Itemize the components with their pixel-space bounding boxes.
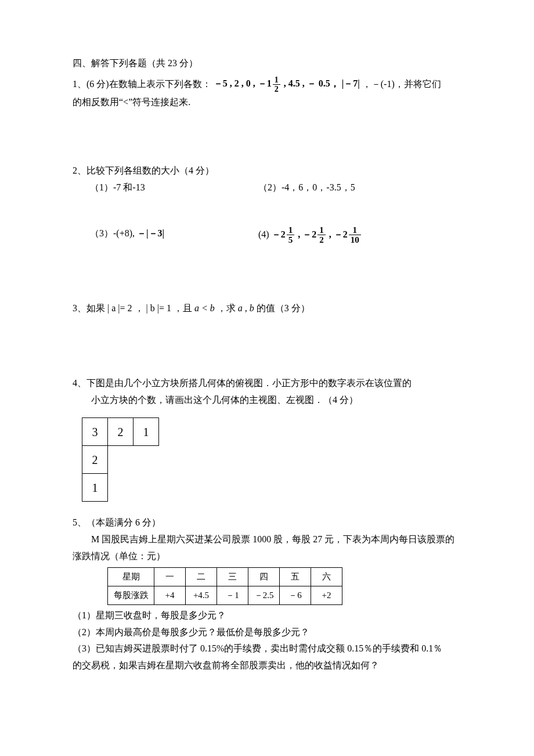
q1-line2: 的相反数用“<”符号连接起来. [73,94,461,111]
q2-sub2: （2）-4，6，0，-3.5，5 [258,179,461,196]
stock-cell: +2 [311,586,342,604]
q2-s4-a: －2 [272,229,286,239]
q2-s3-lead: （3）-(+8), [90,228,137,238]
section-title: 四、解答下列各题（共 23 分） [73,55,461,72]
q3-abs-a-eq: | a |= 2 [107,303,132,313]
grid-cell-empty [134,446,159,474]
question-3: 3、如果 | a |= 2 ， | b |= 1 ，且 a < b ，求 a ,… [73,300,461,317]
stock-header: 三 [217,567,248,586]
stock-value-row: 每股涨跌 +4 +4.5 －1 －2.5 －6 +2 [108,586,342,604]
stock-header: 四 [248,567,280,586]
grid-row: 2 [82,446,159,474]
q1-prefix: 1、(6 分)在数轴上表示下列各数： [73,78,211,88]
q1-line1: 1、(6 分)在数轴上表示下列各数： －5 , 2 , 0 , －112 , 4… [73,75,461,94]
q2-sub4: (4) －215 , －212 , －2110 [258,225,461,245]
grid-cell-empty [134,474,159,502]
stock-cell: －1 [217,586,248,604]
q3-mid3: ，求 [217,303,236,313]
stock-table: 星期 一 二 三 四 五 六 每股涨跌 +4 +4.5 －1 －2.5 －6 +… [107,567,342,605]
section-title-text: 四、解答下列各题（共 23 分） [73,58,198,68]
grid-cell-empty [108,446,134,474]
question-1: 1、(6 分)在数轴上表示下列各数： －5 , 2 , 0 , －112 , 4… [73,75,461,111]
q5-intro1: M 国股民吉姆上星期六买进某公司股票 1000 股，每股 27 元，下表为本周内… [73,531,461,548]
frac-num: 1 [287,225,295,236]
frac-num: 1 [273,75,280,85]
grid-cell: 3 [82,418,108,446]
q2-s3-abs: －3 [149,228,163,238]
q2-sub1: （1）-7 和-13 [73,179,258,196]
q2-row1: （1）-7 和-13 （2）-4，6，0，-3.5，5 [73,179,461,196]
q2-s4-b: , －2 [295,229,316,239]
frac-den: 5 [287,235,295,245]
grid-row: 1 [82,474,159,502]
q4-line1: 4、下图是由几个小立方块所搭几何体的俯视图．小正方形中的数字表示在该位置的 [73,375,461,392]
stock-cell: －2.5 [248,586,280,604]
frac-num: 1 [317,225,326,236]
stock-cell: －6 [280,586,311,604]
q3-tail: 的值（3 分） [257,303,310,313]
q2-title: 2、比较下列各组数的大小（4 分） [73,163,461,179]
q3-mid2: ，且 [174,303,192,313]
question-2: 2、比较下列各组数的大小（4 分） （1）-7 和-13 （2）-4，6，0，-… [73,163,461,245]
q1-tail: ，－(-1)，并将它们 [362,78,441,88]
q3-cond: a < b [194,303,215,313]
grid-cell: 2 [108,418,134,446]
q3-abs-b-eq: | b |= 1 [146,303,171,313]
question-4: 4、下图是由几个小立方块所搭几何体的俯视图．小正方形中的数字表示在该位置的 小立… [73,375,461,502]
q5-p1: （1）星期三收盘时，每股是多少元？ [73,607,461,624]
question-5: 5、（本题满分 6 分） M 国股民吉姆上星期六买进某公司股票 1000 股，每… [73,514,461,674]
grid-row: 3 2 1 [82,418,159,446]
stock-header: 一 [154,567,186,586]
stock-header: 六 [311,567,342,586]
q2-sub3: （3）-(+8), －|－3| [73,225,258,245]
q1-numbers: －5 , 2 , 0 , －112 , 4.5 , － 0.5， |－7| [214,78,362,88]
frac-den: 10 [349,235,361,245]
q5-p3a: （3）已知吉姆买进股票时付了 0.15%的手续费，卖出时需付成交额 0.15％的… [73,640,461,657]
stock-header: 五 [280,567,311,586]
frac-num: 1 [349,225,361,236]
grid-cell: 1 [82,474,108,502]
q5-p2: （2）本周内最高价是每股多少元？最低价是每股多少元？ [73,624,461,641]
q2-s4-c: , －2 [327,229,348,239]
stock-header: 二 [186,567,217,586]
q5-p3b: 的交易税，如果吉姆在星期六收盘前将全部股票卖出，他的收益情况如何？ [73,657,461,674]
grid-cell-empty [108,474,134,502]
q5-intro2: 涨跌情况（单位：元） [73,548,461,565]
q4-line2: 小立方块的个数，请画出这个几何体的主视图、左视图．（4 分） [73,392,461,409]
q1-mid: , 4.5 , － 0.5， [282,78,340,88]
stock-header: 星期 [108,567,154,586]
top-view-grid: 3 2 1 2 1 [82,417,159,502]
frac-1-2: 12 [317,225,326,245]
q2-row2: （3）-(+8), －|－3| (4) －215 , －212 , －2110 [73,225,461,245]
stock-cell: +4 [154,586,186,604]
q1-abs-neg7: |－7| [342,78,360,88]
q2-s4-lead: (4) [258,229,272,239]
grid-cell: 1 [134,418,159,446]
q2-s3-neg: － [137,228,146,238]
frac-den: 2 [273,85,280,93]
q3-vars: a , b [238,303,254,313]
q3-mid1: ， [135,303,144,313]
q5-title: 5、（本题满分 6 分） [73,514,461,531]
stock-cell: +4.5 [186,586,217,604]
q1-lead: －5 , 2 , 0 , －1 [214,78,272,88]
q2-s4-expr: －215 , －212 , －2110 [272,229,362,239]
frac-1-10: 110 [349,225,361,245]
q3-lead: 3、如果 [73,303,105,313]
q1-abs-inner: －7 [344,78,358,88]
frac-den: 2 [317,235,326,245]
q2-s3-neg-abs: －|－3| [137,228,164,238]
q1-frac-1-2: 12 [273,75,280,94]
frac-1-5: 15 [287,225,295,245]
stock-row-label: 每股涨跌 [108,586,154,604]
grid-cell: 2 [82,446,108,474]
stock-header-row: 星期 一 二 三 四 五 六 [108,567,342,586]
